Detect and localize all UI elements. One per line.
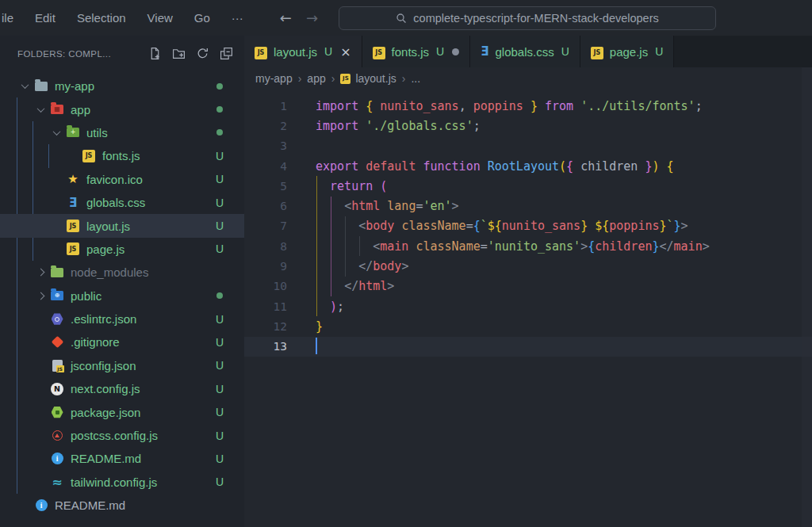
tree-item-favicon.ico[interactable]: ★favicon.icoU xyxy=(0,168,244,191)
breadcrumb-label: layout.js xyxy=(355,72,396,85)
menu-item-view[interactable]: View xyxy=(147,11,173,25)
tab-layout.js[interactable]: JSlayout.jsU× xyxy=(244,36,362,67)
code-line-2[interactable]: 2import './globals.css'; xyxy=(244,116,812,136)
tree-item-label: .gitignore xyxy=(71,335,120,349)
tree-item-page.js[interactable]: JSpage.jsU xyxy=(0,238,244,261)
tree-item-README.md[interactable]: iREADME.mdU xyxy=(0,447,244,470)
breadcrumb-label: ... xyxy=(411,72,420,85)
tab-fonts.js[interactable]: JSfonts.jsU xyxy=(362,36,471,67)
menu-item-selection[interactable]: Selection xyxy=(77,11,126,25)
code-line-content: <html lang='en'> xyxy=(287,199,459,213)
close-icon[interactable]: × xyxy=(340,44,350,59)
line-number[interactable]: 13 xyxy=(244,340,287,353)
tree-item-label: package.json xyxy=(71,406,140,419)
tab-label: globals.css xyxy=(495,45,553,59)
git-untracked-badge: U xyxy=(216,336,224,349)
code-line-content: <body className={`${nunito_sans} ${poppi… xyxy=(287,219,688,233)
chevron-right-icon[interactable] xyxy=(32,269,49,275)
tree-item-.gitignore[interactable]: .gitignoreU xyxy=(0,330,244,353)
code-line-6[interactable]: 6 <html lang='en'> xyxy=(244,196,812,216)
line-number[interactable]: 6 xyxy=(244,200,287,212)
code-line-10[interactable]: 10 </html> xyxy=(244,277,812,296)
indent-guide xyxy=(345,216,346,277)
code-line-content: </body> xyxy=(287,259,408,273)
chevron-down-icon[interactable] xyxy=(32,107,49,113)
tab-globals.css[interactable]: Ǝglobals.cssU xyxy=(470,36,580,67)
css-icon: Ǝ xyxy=(69,196,77,210)
code-line-8[interactable]: 8 <main className='nunito_sans'>{childre… xyxy=(244,236,812,256)
code-line-3[interactable]: 3 xyxy=(244,136,812,156)
main-area: FOLDERS: COMPL... xyxy=(0,36,812,527)
breadcrumb[interactable]: my-app›app›JSlayout.js›... xyxy=(244,67,812,90)
tree-item-fonts.js[interactable]: JSfonts.jsU xyxy=(0,144,244,167)
code-line-4[interactable]: 4export default function RootLayout({ ch… xyxy=(244,156,812,176)
tree-item-.eslintrc.json[interactable]: .eslintrc.jsonU xyxy=(0,307,244,330)
tree-item-tailwind.config.js[interactable]: ≈tailwind.config.jsU xyxy=(0,471,244,494)
tree-item-app[interactable]: ▦app xyxy=(0,97,244,120)
breadcrumb-item-my-app[interactable]: my-app xyxy=(255,72,293,85)
chevron-down-icon[interactable] xyxy=(16,83,33,89)
tab-page.js[interactable]: JSpage.jsU xyxy=(580,36,675,67)
line-number[interactable]: 7 xyxy=(244,220,287,232)
tree-item-next.config.js[interactable]: Nnext.config.jsU xyxy=(0,377,244,400)
tree-item-label: utils xyxy=(86,126,108,139)
line-number[interactable]: 11 xyxy=(244,300,287,313)
breadcrumb-item-layout.js[interactable]: JSlayout.js xyxy=(340,72,396,85)
tree-item-label: README.md xyxy=(71,452,141,465)
tree-item-globals.css[interactable]: Ǝglobals.cssU xyxy=(0,191,244,214)
menu-item-[interactable]: ··· xyxy=(232,11,243,25)
tree-item-layout.js[interactable]: JSlayout.jsU xyxy=(0,214,244,237)
tree-item-package.json[interactable]: package.jsonU xyxy=(0,400,244,423)
tree-item-README.md[interactable]: iREADME.md xyxy=(0,494,244,517)
menu-item-ile[interactable]: ile xyxy=(2,11,13,25)
code-line-9[interactable]: 9 </body> xyxy=(244,256,812,276)
line-number[interactable]: 12 xyxy=(244,320,287,333)
code-line-5[interactable]: 5 return ( xyxy=(244,176,812,196)
line-number[interactable]: 9 xyxy=(244,260,287,273)
git-status-dot xyxy=(216,106,223,113)
code-line-13[interactable]: 13 xyxy=(244,337,812,357)
back-arrow-icon[interactable]: ← xyxy=(280,10,292,26)
tailwind-icon: ≈ xyxy=(52,475,62,490)
refresh-icon[interactable] xyxy=(196,47,209,60)
code-line-content: </html> xyxy=(287,279,394,293)
breadcrumb-item-...[interactable]: ... xyxy=(411,72,420,85)
history-nav: ← → xyxy=(280,10,318,26)
line-number[interactable]: 5 xyxy=(244,180,287,193)
tree-item-label: layout.js xyxy=(86,220,130,233)
line-number[interactable]: 1 xyxy=(244,100,287,113)
javascript-icon: JS xyxy=(340,74,350,84)
line-number[interactable]: 8 xyxy=(244,240,287,253)
tree-item-my-app[interactable]: my-app xyxy=(0,74,244,97)
tree-item-jsconfig.json[interactable]: JSjsconfig.jsonU xyxy=(0,354,244,377)
tree-item-postcss.config.js[interactable]: postcss.config.jsU xyxy=(0,424,244,447)
code-line-content: export default function RootLayout({ chi… xyxy=(287,159,674,174)
chevron-right-icon[interactable] xyxy=(32,293,49,299)
code-line-12[interactable]: 12} xyxy=(244,316,812,336)
code-line-7[interactable]: 7 <body className={`${nunito_sans} ${pop… xyxy=(244,216,812,236)
line-number[interactable]: 3 xyxy=(244,139,287,152)
code-line-11[interactable]: 11 ); xyxy=(244,296,812,316)
chevron-down-icon[interactable] xyxy=(48,130,65,136)
menu-item-edit[interactable]: Edit xyxy=(35,11,56,25)
new-file-icon[interactable] xyxy=(148,47,162,60)
menu-item-go[interactable]: Go xyxy=(194,11,210,25)
line-number[interactable]: 4 xyxy=(244,160,287,173)
breadcrumb-item-app[interactable]: app xyxy=(307,72,325,85)
code-editor[interactable]: 1import { nunito_sans, poppins } from '.… xyxy=(244,90,812,527)
collapse-all-icon[interactable] xyxy=(220,47,233,60)
line-number[interactable]: 2 xyxy=(244,120,287,132)
code-line-1[interactable]: 1import { nunito_sans, poppins } from '.… xyxy=(244,96,812,116)
forward-arrow-icon[interactable]: → xyxy=(306,10,318,26)
scrollbar-area[interactable] xyxy=(802,67,812,527)
line-number[interactable]: 10 xyxy=(244,280,287,292)
new-folder-icon[interactable] xyxy=(172,47,186,60)
breadcrumb-label: app xyxy=(307,72,325,85)
folder-icon xyxy=(35,82,48,91)
modified-dot-icon[interactable] xyxy=(452,48,459,55)
tree-item-public[interactable]: ⊕public xyxy=(0,285,244,307)
tree-item-utils[interactable]: +utils xyxy=(0,121,244,144)
tree-item-label: tailwind.config.js xyxy=(71,475,157,489)
command-search-box[interactable]: complete-typescript-for-MERN-stack-devel… xyxy=(339,6,716,30)
tree-item-node_modules[interactable]: node_modules xyxy=(0,261,244,284)
